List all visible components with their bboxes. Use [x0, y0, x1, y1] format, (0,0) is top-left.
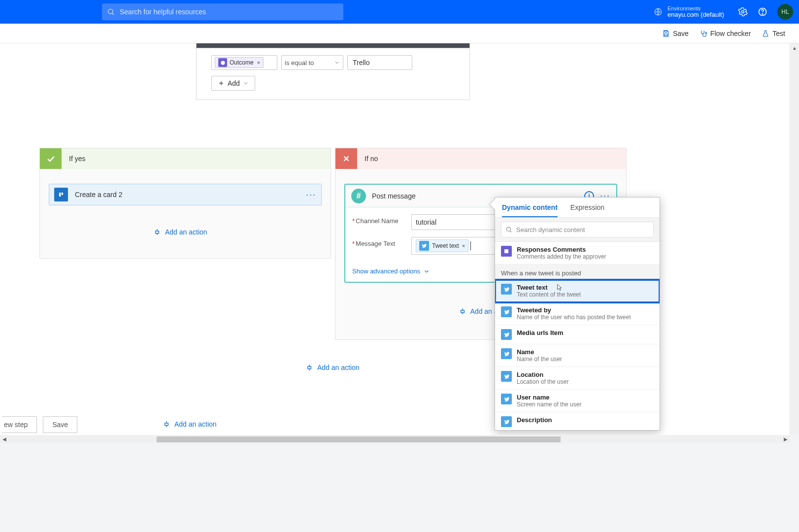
search-icon	[107, 8, 115, 16]
search-icon	[505, 226, 512, 233]
condition-header[interactable]	[196, 43, 470, 48]
slack-icon: #	[351, 189, 366, 203]
search-placeholder: Search for helpful resources	[120, 8, 338, 16]
dc-item-location[interactable]: LocationLocation of the user	[495, 367, 660, 390]
insert-step-icon	[459, 307, 466, 315]
if-yes-branch: If yes Create a card 2 ··· Add an action	[39, 148, 331, 259]
horizontal-scrollbar[interactable]: ◀ ▶	[0, 435, 790, 443]
dc-item-description[interactable]: Description	[495, 412, 660, 430]
env-value: enayu.com (default)	[667, 11, 724, 18]
dc-item-tweeted-by[interactable]: Tweeted byName of the user who has poste…	[495, 302, 660, 325]
scroll-right-icon[interactable]: ▶	[781, 436, 790, 442]
stethoscope-icon	[699, 30, 707, 37]
step-menu-icon[interactable]: ···	[306, 190, 316, 200]
twitter-icon	[501, 284, 512, 295]
svg-rect-13	[59, 193, 61, 197]
twitter-icon	[501, 371, 512, 382]
token-remove-icon[interactable]: ×	[257, 60, 260, 66]
flow-canvas: Outcome × is equal to Trello Add	[0, 43, 789, 532]
message-text-label: *Message Text	[352, 237, 411, 247]
scroll-left-icon[interactable]: ◀	[0, 436, 9, 442]
gear-icon[interactable]	[738, 7, 748, 17]
vertical-scrollbar[interactable]: ▲	[790, 43, 799, 434]
add-action-final[interactable]: Add an action	[163, 420, 217, 428]
check-icon	[40, 148, 62, 169]
toolbar: Save Flow checker Test	[0, 24, 799, 43]
outcome-token[interactable]: Outcome ×	[215, 57, 264, 68]
flow-checker-button[interactable]: Flow checker	[699, 30, 751, 37]
svg-point-5	[762, 14, 763, 14]
approvals-icon	[218, 58, 227, 67]
chevron-down-icon	[423, 268, 430, 275]
svg-point-9	[221, 61, 225, 65]
condition-body: Outcome × is equal to Trello Add	[196, 48, 470, 100]
condition-value-input[interactable]: Trello	[347, 55, 412, 70]
test-button[interactable]: Test	[762, 30, 785, 37]
add-action-between[interactable]: Add an action	[305, 364, 360, 371]
svg-rect-14	[62, 193, 63, 195]
cursor-icon	[555, 283, 563, 293]
chevron-down-icon	[334, 60, 340, 66]
plus-icon	[218, 80, 225, 87]
twitter-icon	[501, 329, 512, 340]
scroll-up-icon[interactable]: ▲	[790, 43, 799, 52]
condition-left-operand[interactable]: Outcome ×	[211, 55, 277, 70]
close-icon	[335, 148, 357, 169]
svg-point-29	[506, 227, 510, 231]
dc-item-name[interactable]: NameName of the user	[495, 344, 660, 367]
if-no-header: If no	[335, 148, 626, 169]
twitter-icon	[501, 348, 512, 359]
svg-rect-6	[665, 31, 667, 32]
tweet-text-token[interactable]: Tweet text ×	[416, 239, 468, 252]
svg-rect-12	[58, 192, 64, 198]
svg-rect-24	[308, 366, 311, 369]
add-action-yes[interactable]: Add an action	[153, 228, 207, 236]
insert-step-icon	[153, 228, 161, 236]
trello-icon	[54, 188, 68, 201]
scrollbar-thumb[interactable]	[157, 436, 561, 442]
if-yes-header: If yes	[40, 148, 331, 169]
approvals-icon	[501, 246, 512, 257]
twitter-icon	[501, 416, 512, 427]
channel-name-label: *Channel Name	[352, 214, 411, 225]
new-step-button[interactable]: ew step	[2, 416, 37, 433]
svg-point-3	[742, 11, 744, 13]
tab-dynamic-content[interactable]: Dynamic content	[502, 203, 558, 217]
dc-group-twitter: When a new tweet is posted	[495, 265, 660, 280]
app-header: Search for helpful resources Environment…	[0, 0, 799, 24]
avatar[interactable]: HL	[777, 4, 793, 20]
add-condition-button[interactable]: Add	[211, 76, 255, 91]
tab-expression[interactable]: Expression	[570, 203, 604, 217]
dc-item-responses-comments[interactable]: Responses CommentsComments added by the …	[495, 242, 660, 265]
flask-icon	[762, 30, 769, 37]
svg-rect-21	[461, 310, 464, 313]
dc-item-user-name[interactable]: User nameScreen name of the user	[495, 390, 660, 412]
svg-line-30	[510, 231, 511, 232]
svg-rect-16	[156, 231, 159, 233]
svg-rect-27	[165, 423, 168, 426]
insert-step-icon	[163, 420, 170, 428]
twitter-icon	[501, 306, 512, 317]
dynamic-content-popup: Dynamic content Expression Search dynami…	[495, 197, 660, 431]
svg-rect-7	[665, 33, 667, 35]
dynamic-content-search[interactable]: Search dynamic content	[495, 218, 660, 242]
show-advanced-options[interactable]: Show advanced options	[352, 267, 430, 275]
chevron-down-icon	[243, 80, 249, 86]
token-remove-icon[interactable]: ×	[462, 243, 465, 249]
environment-picker[interactable]: Environments enayu.com (default)	[654, 5, 724, 18]
svg-rect-31	[504, 249, 508, 253]
help-icon[interactable]	[758, 7, 767, 17]
save-icon	[662, 30, 670, 37]
environment-icon	[654, 7, 663, 16]
condition-operator[interactable]: is equal to	[281, 55, 343, 70]
twitter-icon	[501, 394, 512, 404]
search-input[interactable]: Search for helpful resources	[102, 3, 343, 20]
svg-line-1	[112, 13, 114, 15]
svg-point-0	[108, 9, 113, 14]
create-card-step[interactable]: Create a card 2 ···	[49, 184, 322, 205]
save-button[interactable]: Save	[662, 30, 689, 37]
save-button-footer[interactable]: Save	[43, 416, 77, 433]
dc-item-media-urls[interactable]: Media urls Item	[495, 325, 660, 344]
dc-item-tweet-text[interactable]: Tweet textText content of the tweet	[495, 280, 660, 302]
twitter-icon	[419, 241, 429, 251]
